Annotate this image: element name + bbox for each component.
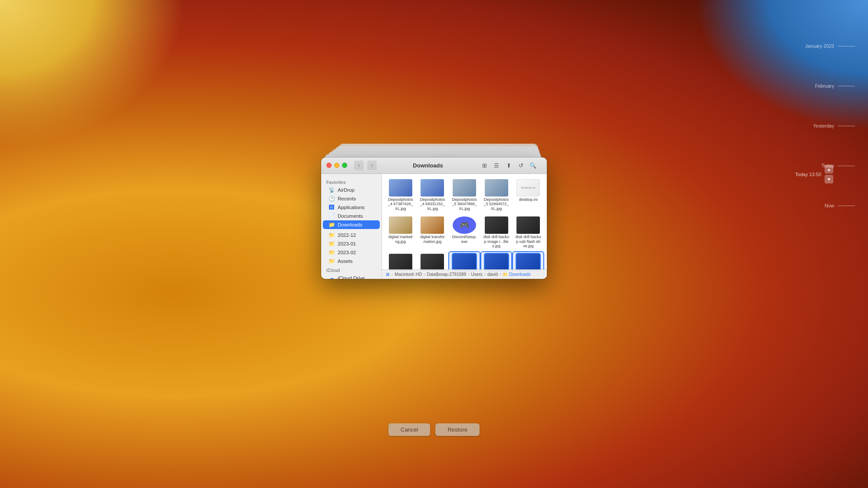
action-icon[interactable]: ↺ — [516, 160, 526, 170]
scroll-arrows[interactable]: ▲ ▼ — [825, 165, 833, 183]
traffic-lights — [326, 163, 347, 168]
sidebar-item-recents[interactable]: 🕐 Recents — [323, 194, 380, 203]
restore-button[interactable]: Restore — [435, 423, 480, 436]
timeline-line-now — [838, 206, 855, 206]
timeline-line-yesterday — [838, 126, 855, 126]
file-name-depositphotos1: Depositphotos_4 67387426_XL.jpg — [388, 197, 414, 211]
path-sep-4: › — [500, 272, 501, 277]
finder-body: Favorites 📡 AirDrop 🕐 Recents 🅰 Applicat… — [321, 174, 547, 279]
content-area[interactable]: Depositphotos_4 67387426_XL.jpg Depositp… — [382, 174, 547, 279]
sidebar-label-icloud: iCloud Drive — [338, 275, 365, 279]
maximize-button[interactable] — [342, 163, 347, 168]
timeline-line — [838, 46, 855, 46]
sidebar-label-documents: Documents — [338, 213, 363, 219]
finder-titlebar: ‹ › Downloads ⊞ ☰ ⬆ ↺ 🔍 — [321, 157, 547, 174]
file-thumb-disk-utility-first — [516, 254, 540, 271]
timeline-item-february: February — [815, 83, 855, 88]
file-thumb-depositphotos3 — [453, 179, 476, 197]
file-item-digital-transformation[interactable]: digital transformation.jpg — [418, 215, 448, 250]
file-grid: Depositphotos_4 67387426_XL.jpg Depositp… — [385, 177, 543, 279]
minimize-button[interactable] — [334, 163, 339, 168]
sidebar-item-downloads[interactable]: 📁 Downloads — [323, 220, 380, 229]
folder-2023-02-icon: 📁 — [328, 249, 335, 255]
path-segment-0[interactable]: 🖥 — [385, 272, 390, 277]
timeline-section-january: January 2023 — [805, 43, 855, 49]
sidebar-label-downloads: Downloads — [338, 222, 362, 227]
file-name-digital-transformation: digital transformation.jpg — [419, 235, 445, 244]
file-item-depositphotos1[interactable]: Depositphotos_4 67387426_XL.jpg — [385, 177, 416, 213]
view-icon-list[interactable]: ☰ — [491, 160, 502, 170]
cancel-button[interactable]: Cancel — [388, 423, 430, 436]
path-segment-users[interactable]: Users — [471, 272, 482, 277]
close-button[interactable] — [326, 163, 332, 168]
file-item-digital-marketing[interactable]: digital marketing.jpg — [385, 215, 416, 250]
sidebar-item-airdrop[interactable]: 📡 AirDrop — [323, 186, 380, 194]
timeline-line-feb — [838, 86, 855, 86]
file-name-depositphotos2: Depositphotos_4 68331152_XL.jpg — [419, 197, 445, 211]
file-thumb-disk-drill-backup2 — [516, 216, 540, 234]
sidebar-item-2022-12[interactable]: 📁 2022-12 — [323, 231, 380, 239]
applications-icon: 🅰 — [328, 204, 335, 210]
path-segment-david[interactable]: david — [487, 272, 498, 277]
path-sep-3: › — [484, 272, 486, 277]
finder-toolbar: ‹ › Downloads ⊞ ☰ ⬆ ↺ 🔍 — [351, 160, 542, 170]
timeline-section-yesterday: Yesterday — [813, 123, 855, 128]
path-segment-macintosh[interactable]: Macintosh HD — [395, 272, 422, 277]
downloads-icon: 📁 — [328, 222, 335, 228]
view-icon-grid[interactable]: ⊞ — [479, 160, 490, 170]
bg-accent-yellow — [0, 0, 217, 174]
back-button[interactable]: ‹ — [354, 160, 364, 170]
file-name-discord: DiscordSetup.exe — [451, 235, 477, 244]
share-icon[interactable]: ⬆ — [503, 160, 514, 170]
file-thumb-desktop-ini: desktop.ini — [516, 179, 540, 197]
icloud-icon: ☁ — [328, 275, 335, 279]
sidebar-item-assets[interactable]: 📁 Assets — [323, 257, 380, 265]
timestamp-label: Today 13:50 — [795, 172, 821, 177]
path-sep-2: › — [468, 272, 469, 277]
timeline-item-january: January 2023 — [805, 43, 855, 49]
file-thumb-disk-utility-erase — [485, 254, 508, 271]
folder-2022-icon: 📁 — [328, 232, 335, 238]
timeline-label-now: Now — [825, 203, 834, 208]
airdrop-icon: 📡 — [328, 187, 335, 193]
path-segment-data[interactable]: Data$snap-2791589 — [427, 272, 467, 277]
scroll-down-arrow[interactable]: ▼ — [825, 175, 833, 183]
file-thumb-depositphotos2 — [421, 179, 444, 197]
sidebar-label-2022-12: 2022-12 — [338, 233, 356, 238]
forward-button[interactable]: › — [367, 160, 377, 170]
file-thumb-disk-drill-recover — [389, 254, 412, 271]
timeline-label-yesterday: Yesterday — [813, 123, 834, 128]
file-name-digital-marketing: digital marketing.jpg — [388, 235, 414, 244]
file-item-depositphotos2[interactable]: Depositphotos_4 68331152_XL.jpg — [418, 177, 448, 213]
file-name-depositphotos3: Depositphotos_5 36047868_XL.jpg — [451, 197, 477, 211]
timeline: January 2023 February Yesterday Today No… — [805, 43, 855, 445]
sidebar-item-applications[interactable]: 🅰 Applications — [323, 203, 380, 212]
today-timestamp: Today 13:50 ▲ ▼ — [795, 165, 833, 183]
path-bar: 🖥 › Macintosh HD › Data$snap-2791589 › U… — [382, 269, 547, 279]
path-segment-downloads[interactable]: 📁 Downloads — [503, 272, 530, 277]
file-thumb-digital-transformation — [421, 216, 444, 234]
sidebar-item-2023-01[interactable]: 📁 2023-01 — [323, 239, 380, 248]
recents-icon: 🕐 — [328, 196, 335, 202]
file-item-depositphotos3[interactable]: Depositphotos_5 36047868_XL.jpg — [449, 177, 480, 213]
file-item-desktop-ini[interactable]: desktop.ini desktop.ini — [513, 177, 543, 213]
scroll-up-arrow[interactable]: ▲ — [825, 165, 833, 174]
search-icon[interactable]: 🔍 — [528, 160, 538, 170]
file-item-depositphotos4[interactable]: Depositphotos_5 52994572_XL.jpg — [481, 177, 512, 213]
sidebar-item-documents[interactable]: 📄 Documents — [323, 212, 380, 220]
sidebar-label-airdrop: AirDrop — [338, 187, 355, 193]
sidebar-item-icloud-drive[interactable]: ☁ iCloud Drive — [323, 274, 380, 279]
sidebar-label-assets: Assets — [338, 259, 353, 264]
file-thumb-disk-drill-backup1 — [485, 216, 508, 234]
timeline-label-february: February — [815, 83, 834, 88]
timeline-line-today — [838, 166, 855, 166]
window-stack-container: Downloads Downloads Downloads Downloads — [321, 157, 547, 279]
assets-icon: 📁 — [328, 258, 335, 264]
finder-sidebar: Favorites 📡 AirDrop 🕐 Recents 🅰 Applicat… — [321, 174, 382, 279]
file-item-discord[interactable]: 🎮 DiscordSetup.exe — [449, 215, 480, 250]
file-item-disk-drill-backup2[interactable]: disk drill backup usb flash drive.jpg — [513, 215, 543, 250]
sidebar-item-2023-02[interactable]: 📁 2023-02 — [323, 248, 380, 257]
file-item-disk-drill-backup1[interactable]: disk drill backup image r...files.jpg — [481, 215, 512, 250]
window-title: Downloads — [380, 162, 476, 169]
content-wrapper: Depositphotos_4 67387426_XL.jpg Depositp… — [382, 174, 547, 279]
